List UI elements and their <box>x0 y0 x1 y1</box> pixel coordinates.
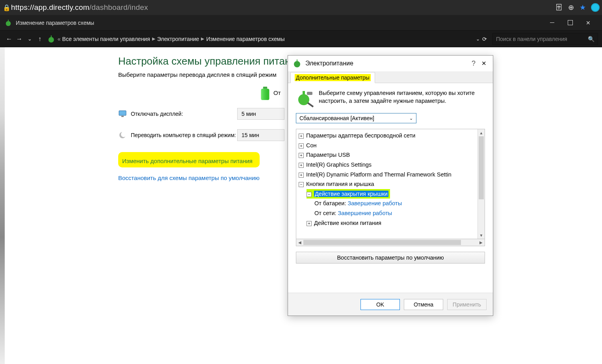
profile-avatar[interactable] <box>591 3 600 12</box>
scroll-thumb[interactable] <box>303 240 461 245</box>
nav-forward-button[interactable]: → <box>14 35 24 43</box>
window-close-button[interactable] <box>579 17 597 28</box>
display-off-label: Отключать дисплей: <box>131 111 237 117</box>
window-title: Изменение параметров схемы <box>16 20 94 26</box>
scroll-left-icon[interactable]: ◀ <box>296 240 303 245</box>
tree-item-on-ac[interactable]: От сети: Завершение работы <box>299 208 477 218</box>
dialog-title-bar: Электропитание ? ✕ <box>288 56 493 71</box>
dialog-close-button[interactable]: ✕ <box>479 60 488 67</box>
tab-advanced[interactable]: Дополнительные параметры <box>290 72 375 83</box>
browser-address-bar: 🔒 https://app.directly.com/dashboard/ind… <box>0 0 602 15</box>
cancel-button[interactable]: Отмена <box>404 299 443 310</box>
scroll-right-icon[interactable]: ▶ <box>478 240 485 245</box>
display-icon <box>118 110 127 118</box>
power-options-dialog: Электропитание ? ✕ Дополнительные параме… <box>288 55 493 316</box>
zoom-icon[interactable]: ⊕ <box>565 3 577 12</box>
scroll-track[interactable] <box>303 239 478 246</box>
tree-body[interactable]: +Параметры адаптера беспроводной сети +С… <box>296 129 478 239</box>
power-plan-select[interactable]: Сбалансированная [Активен] ⌄ <box>296 113 416 123</box>
info-row: Выберите схему управления питанием, кото… <box>296 89 485 108</box>
expand-icon[interactable]: + <box>299 153 304 158</box>
collapse-icon[interactable]: − <box>307 192 312 197</box>
expand-icon[interactable]: + <box>299 143 304 149</box>
expand-icon[interactable]: + <box>307 221 312 226</box>
advanced-power-link[interactable]: Изменить дополнительные параметры питани… <box>122 158 253 164</box>
power-options-icon <box>5 19 12 26</box>
tab-strip: Дополнительные параметры <box>288 71 493 83</box>
on-ac-value[interactable]: Завершение работы <box>338 210 392 216</box>
svg-rect-15 <box>307 92 312 95</box>
expand-icon[interactable]: + <box>299 163 304 168</box>
dialog-title: Электропитание <box>305 60 353 67</box>
scroll-up-icon[interactable]: ▲ <box>478 129 485 136</box>
search-placeholder: Поиск в панели управления <box>496 36 567 42</box>
ok-button[interactable]: OK <box>360 299 400 310</box>
battery-column-label: От <box>273 89 281 96</box>
restore-defaults-label: Восстановить параметры по умолчанию <box>337 254 444 261</box>
svg-rect-4 <box>263 87 267 89</box>
collapse-icon[interactable]: − <box>299 182 304 187</box>
chevron-down-icon: ⌄ <box>409 116 413 121</box>
ok-label: OK <box>376 301 384 308</box>
refresh-button[interactable]: ⟳ <box>480 36 489 42</box>
display-off-value[interactable]: 5 мин <box>237 108 284 120</box>
scroll-thumb[interactable] <box>479 136 484 199</box>
help-button[interactable]: ? <box>472 59 476 68</box>
dialog-body: Выберите схему управления питанием, кото… <box>288 83 493 267</box>
breadcrumb-root[interactable]: Все элементы панели управления <box>62 36 150 42</box>
cancel-label: Отмена <box>414 301 433 308</box>
nav-back-button[interactable]: ← <box>4 35 14 43</box>
nav-recent-button[interactable]: ⌄ <box>24 36 35 42</box>
svg-rect-14 <box>303 91 305 97</box>
url[interactable]: https://app.directly.com/dashboard/index <box>11 3 148 12</box>
chevron-right-icon: ▶ <box>152 36 155 41</box>
vertical-scrollbar[interactable]: ▲ ▼ <box>478 129 485 239</box>
window-minimize-button[interactable] <box>543 17 561 28</box>
breadcrumb-leaf[interactable]: Изменение параметров схемы <box>206 36 284 42</box>
tree-item: +Параметры USB <box>299 150 477 160</box>
tree-label[interactable]: Кнопки питания и крышка <box>306 181 374 187</box>
tree-label[interactable]: Сон <box>306 142 317 149</box>
battery-icon <box>260 87 270 98</box>
apply-button: Применить <box>447 299 487 310</box>
restore-defaults-button[interactable]: Восстановить параметры по умолчанию <box>296 252 485 264</box>
svg-point-10 <box>121 132 126 137</box>
window-maximize-button[interactable] <box>561 17 579 28</box>
on-battery-value[interactable]: Завершение работы <box>348 200 402 206</box>
svg-rect-3 <box>51 35 52 39</box>
tree-label-selected[interactable]: Действие закрытия крышки <box>314 191 388 197</box>
search-input[interactable]: Поиск в панели управления 🔍 <box>492 33 598 45</box>
scroll-down-icon[interactable]: ▼ <box>478 232 485 239</box>
tree-item: +Intel(R) Graphics Settings <box>299 160 477 170</box>
power-plan-value: Сбалансированная [Активен] <box>299 115 374 121</box>
left-thumbnail-strip <box>0 47 5 364</box>
restore-defaults-link[interactable]: Восстановить для схемы параметры по умол… <box>118 175 260 181</box>
tree-label[interactable]: Intel(R) Dynamic Platform and Thermal Fr… <box>306 171 452 178</box>
expand-icon[interactable]: + <box>299 134 304 139</box>
svg-rect-1 <box>8 19 9 22</box>
info-text: Выберите схему управления питанием, кото… <box>319 89 485 108</box>
translate-icon[interactable]: 🈂 <box>553 4 565 12</box>
tab-advanced-label: Дополнительные параметры <box>295 74 371 81</box>
breadcrumb-dropdown-button[interactable]: ⌄ <box>476 36 480 42</box>
tree-item-on-battery[interactable]: От батареи: Завершение работы <box>299 199 477 208</box>
tree-label[interactable]: Параметры адаптера беспроводной сети <box>306 132 415 139</box>
nav-row: ← → ⌄ ↑ « Все элементы панели управления… <box>0 31 602 47</box>
horizontal-scrollbar[interactable]: ◀ ▶ <box>296 239 485 246</box>
on-battery-label: От батареи: <box>314 200 346 206</box>
breadcrumb-mid[interactable]: Электропитание <box>157 36 199 42</box>
tree-label[interactable]: Параметры USB <box>306 152 350 158</box>
tree-label[interactable]: Действие кнопки питания <box>314 220 381 226</box>
nav-up-button[interactable]: ↑ <box>35 35 45 43</box>
svg-rect-6 <box>261 89 269 100</box>
expand-icon[interactable]: + <box>299 173 304 178</box>
dialog-footer: OK Отмена Применить <box>288 293 493 316</box>
tree-item: +Intel(R) Dynamic Platform and Thermal F… <box>299 170 477 180</box>
sleep-value[interactable]: 15 мин <box>237 129 284 141</box>
favorite-star-icon[interactable]: ★ <box>577 3 589 12</box>
settings-tree: +Параметры адаптера беспроводной сети +С… <box>296 129 485 239</box>
sleep-label: Переводить компьютер в спящий режим: <box>131 132 237 138</box>
tree-item: +Действие кнопки питания <box>299 218 477 228</box>
svg-rect-8 <box>121 116 124 117</box>
tree-label[interactable]: Intel(R) Graphics Settings <box>306 162 372 168</box>
